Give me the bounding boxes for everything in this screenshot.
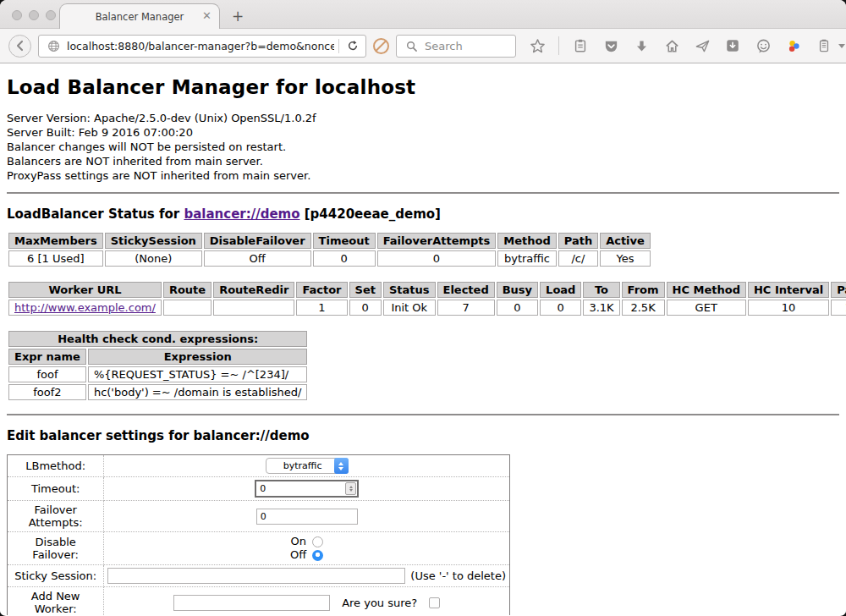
close-window-button[interactable]	[12, 10, 22, 20]
dropdown-caret-icon[interactable]	[838, 44, 845, 48]
col-failoverattempts: FailoverAttempts	[377, 233, 497, 249]
url-text[interactable]: localhost:8880/balancer-manager?b=demo&n…	[67, 40, 334, 52]
are-you-sure-checkbox[interactable]	[429, 597, 440, 608]
cell-method: bytraffic	[497, 250, 556, 267]
cell-stickysession: (None)	[105, 250, 202, 267]
worker-url-link[interactable]: http://www.example.com/	[14, 301, 156, 314]
cell-hc-interval: 10	[748, 300, 829, 316]
edit-balancer-heading: Edit balancer settings for balancer://de…	[7, 428, 839, 443]
sticky-session-note: (Use '-' to delete)	[410, 569, 506, 582]
col-active: Active	[600, 233, 651, 249]
colored-dots-icon[interactable]	[784, 36, 803, 55]
col-disablefailover: DisableFailover	[204, 233, 311, 249]
home-icon[interactable]	[662, 36, 681, 55]
hc-table-title-row: Health check cond. expressions:	[8, 331, 307, 347]
reader-square-icon[interactable]	[723, 36, 742, 55]
tab-balancer-manager[interactable]: Balancer Manager ✕	[59, 3, 220, 29]
cell-to: 3.1K	[583, 300, 619, 316]
col-passes: Passes	[831, 282, 846, 298]
lbmethod-select[interactable]: bytraffic	[266, 458, 349, 474]
col-route: Route	[163, 282, 212, 298]
col-routeredir: RouteRedir	[213, 282, 294, 298]
server-version: Server Version: Apache/2.5.0-dev (Unix) …	[7, 111, 839, 125]
select-stepper-icon	[334, 458, 349, 474]
url-bar[interactable]: localhost:8880/balancer-manager?b=demo&n…	[38, 35, 366, 58]
search-bar[interactable]: Search	[396, 35, 516, 58]
cell-passes: 1 (0)	[831, 300, 846, 316]
cell-failoverattempts: 0	[377, 250, 497, 267]
cell-status: Init Ok	[383, 300, 436, 316]
failover-attempts-input[interactable]: 0	[256, 509, 358, 525]
cell-hc-method: GET	[667, 300, 746, 316]
cell-expression: %{REQUEST_STATUS} =~ /^[234]/	[88, 366, 308, 382]
cell-expression: hc('body') =~ /domain is established/	[88, 384, 308, 400]
timeout-value: 0	[260, 483, 345, 494]
new-tab-button[interactable]: +	[232, 8, 244, 25]
globe-icon	[44, 36, 63, 55]
col-timeout: Timeout	[313, 233, 376, 249]
disable-failover-row: Disable Failover: On Off	[8, 532, 510, 565]
cell-disablefailover: Off	[204, 250, 311, 267]
radio-off[interactable]	[312, 550, 323, 561]
balancers-note: Balancers are NOT inherited from main se…	[7, 154, 839, 168]
col-elected: Elected	[437, 282, 495, 298]
back-arrow-icon	[11, 36, 30, 55]
battery-icon[interactable]	[815, 36, 833, 55]
search-placeholder: Search	[425, 40, 463, 52]
download-icon[interactable]	[632, 36, 651, 55]
send-icon[interactable]	[693, 36, 711, 55]
status-heading-suffix: [p4420eeae_demo]	[300, 206, 441, 222]
reload-icon[interactable]	[343, 36, 362, 55]
health-check-table: Health check cond. expressions: Expr nam…	[7, 329, 309, 402]
zoom-window-button[interactable]	[46, 10, 56, 20]
lbmethod-row: LBmethod: bytraffic	[8, 455, 510, 477]
cell-routeredir	[213, 300, 294, 316]
radio-off-label: Off	[290, 548, 306, 562]
back-button[interactable]	[8, 35, 31, 58]
tab-close-icon[interactable]: ✕	[202, 10, 212, 22]
urlbar-separator	[338, 39, 339, 53]
sticky-session-input[interactable]	[107, 568, 405, 584]
balancer-demo-link[interactable]: balancer://demo	[184, 206, 299, 222]
add-worker-input[interactable]	[173, 595, 330, 611]
disable-failover-label: Disable Failover:	[8, 532, 104, 565]
balancer-table-header-row: MaxMembers StickySession DisableFailover…	[8, 233, 651, 249]
cell-factor: 1	[296, 300, 347, 316]
cell-set: 0	[349, 300, 382, 316]
minimize-window-button[interactable]	[29, 10, 39, 20]
sticky-session-row: Sticky Session: (Use '-' to delete)	[8, 565, 510, 587]
add-worker-label: Add New Worker:	[8, 587, 104, 616]
radio-on[interactable]	[312, 536, 323, 547]
cell-expr-name: foof2	[8, 384, 86, 400]
balancer-status-table: MaxMembers StickySession DisableFailover…	[7, 231, 652, 268]
col-hc-method: HC Method	[667, 282, 746, 298]
col-to: To	[583, 282, 619, 298]
edit-balancer-form: LBmethod: bytraffic Timeout: 0	[7, 454, 510, 615]
loadbalancer-status-heading: LoadBalancer Status for balancer://demo …	[7, 206, 839, 222]
timeout-row: Timeout: 0	[8, 477, 510, 501]
window-controls[interactable]	[12, 10, 56, 20]
balancer-table-data-row: 6 [1 Used] (None) Off 0 0 bytraffic /c/ …	[8, 250, 651, 267]
timeout-input[interactable]: 0	[255, 480, 359, 498]
cell-worker-url: http://www.example.com/	[8, 300, 162, 316]
col-expr-name: Expr name	[8, 349, 86, 365]
bookmark-star-icon[interactable]	[528, 36, 547, 55]
chat-smiley-icon[interactable]	[754, 36, 772, 55]
timeout-label: Timeout:	[8, 477, 104, 501]
status-heading-prefix: LoadBalancer Status for	[7, 206, 184, 222]
proxypass-note: ProxyPass settings are NOT inherited fro…	[7, 168, 839, 183]
col-expression: Expression	[88, 349, 308, 365]
failover-attempts-label: Failover Attempts:	[8, 501, 104, 532]
pocket-icon[interactable]	[602, 36, 620, 55]
server-built: Server Built: Feb 9 2016 07:00:20	[7, 125, 839, 140]
number-spinner-icon[interactable]	[345, 482, 356, 495]
col-maxmembers: MaxMembers	[8, 233, 103, 249]
lbmethod-selected-value: bytraffic	[277, 460, 329, 471]
block-icon[interactable]	[373, 38, 389, 54]
cell-expr-name: foof	[8, 366, 86, 382]
toolbar-icons	[528, 36, 846, 55]
col-method: Method	[497, 233, 556, 249]
cell-path: /c/	[558, 250, 598, 267]
persist-note: Balancer changes will NOT be persisted o…	[7, 140, 839, 154]
bookmarks-clipboard-icon[interactable]	[571, 36, 590, 55]
